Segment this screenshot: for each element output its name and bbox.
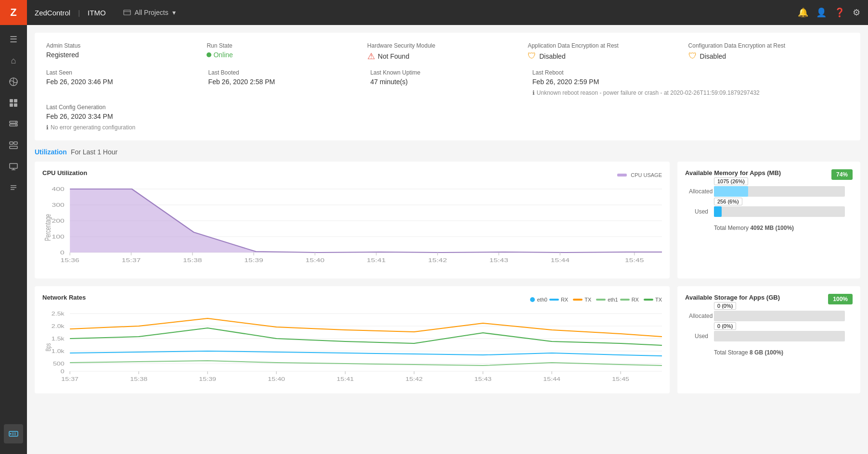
network-chart-svg: 2.5k 2.0k 1.5k 1.0k 500 0 bbox=[42, 309, 662, 386]
cpu-memory-row: CPU Utilization CPU USAGE bbox=[35, 162, 860, 278]
svg-text:500: 500 bbox=[53, 361, 65, 366]
admin-status-value: Registered bbox=[46, 51, 207, 59]
eth1-tx-legend: TX bbox=[644, 297, 662, 303]
cfg-enc-shield-icon: 🛡 bbox=[688, 51, 697, 61]
sidebar-item-logs[interactable] bbox=[4, 178, 23, 197]
hsm-status: Hardware Security Module ⚠ Not Found bbox=[367, 42, 528, 62]
sidebar-item-home[interactable]: ⌂ bbox=[4, 51, 23, 70]
eth0-rx-legend: eth0 RX bbox=[530, 297, 568, 303]
last-config: Last Config Generation Feb 26, 2020 3:34… bbox=[46, 104, 849, 131]
allocated-bar-track: 1075 (26%) bbox=[714, 186, 845, 197]
used-bar-tag: 256 (6%) bbox=[714, 198, 742, 205]
last-reboot-label: Last Reboot bbox=[532, 69, 849, 76]
last-uptime-value: 47 minute(s) bbox=[370, 78, 525, 86]
svg-point-8 bbox=[15, 122, 16, 123]
svg-text:15:45: 15:45 bbox=[625, 257, 644, 263]
hsm-label: Hardware Security Module bbox=[367, 42, 528, 49]
svg-text:0: 0 bbox=[60, 250, 65, 255]
app-enc-shield-icon: 🛡 bbox=[528, 51, 536, 61]
svg-rect-10 bbox=[10, 142, 13, 144]
storage-allocated-label: Allocated bbox=[689, 313, 713, 319]
last-seen-value: Feb 26, 2020 3:46 PM bbox=[46, 78, 201, 86]
svg-text:15:43: 15:43 bbox=[474, 377, 492, 382]
cpu-legend-color bbox=[617, 174, 627, 177]
storage-percent-badge: 100% bbox=[828, 294, 853, 304]
svg-rect-11 bbox=[14, 142, 17, 144]
svg-text:15:40: 15:40 bbox=[306, 257, 325, 263]
online-indicator bbox=[207, 52, 211, 57]
svg-text:15:38: 15:38 bbox=[130, 377, 147, 382]
storage-chart-card: Available Storage for Apps (GB) 100% All… bbox=[677, 286, 860, 393]
network-chart-svg-wrapper: 2.5k 2.0k 1.5k 1.0k 500 0 bbox=[42, 309, 662, 386]
cpu-chart-svg-wrapper: 400 300 200 100 0 bbox=[42, 184, 662, 271]
last-booted-label: Last Booted bbox=[208, 69, 363, 76]
eth0-tx-legend: TX bbox=[573, 297, 591, 303]
allocated-label: Allocated bbox=[689, 188, 713, 195]
network-chart-title: Network Rates bbox=[42, 294, 86, 301]
org-title: ITMO bbox=[88, 9, 106, 17]
svg-point-9 bbox=[15, 125, 16, 126]
run-state: Run State Online bbox=[207, 42, 367, 62]
reboot-reason: ℹ Unknown reboot reason - power failure … bbox=[532, 89, 849, 96]
project-dropdown-icon: ▾ bbox=[172, 9, 176, 16]
main-content: Admin Status Registered Run State Online… bbox=[27, 25, 868, 454]
used-label: Used bbox=[695, 208, 708, 215]
last-uptime-label: Last Known Uptime bbox=[370, 69, 525, 76]
config-info-icon: ℹ bbox=[46, 124, 49, 131]
svg-text:Bps: Bps bbox=[44, 343, 52, 351]
settings-icon[interactable]: ⚙ bbox=[853, 7, 860, 18]
svg-rect-12 bbox=[10, 146, 17, 149]
svg-text:15:40: 15:40 bbox=[268, 377, 285, 382]
run-state-value: Online bbox=[207, 51, 367, 59]
status-card: Admin Status Registered Run State Online… bbox=[35, 33, 860, 140]
cfg-enc-value: 🛡 Disabled bbox=[688, 51, 849, 61]
sidebar-item-apps[interactable] bbox=[4, 93, 23, 113]
cfg-enc-status: Configuration Data Encryption at Rest 🛡 … bbox=[688, 42, 849, 62]
sidebar-item-config[interactable] bbox=[4, 136, 23, 155]
notifications-icon[interactable]: 🔔 bbox=[798, 7, 808, 18]
sidebar-item-devices[interactable] bbox=[4, 424, 23, 443]
cpu-legend-label: CPU USAGE bbox=[631, 172, 662, 178]
project-selector[interactable]: All Projects ▾ bbox=[123, 9, 176, 16]
storage-used-bar-track: 0 (0%) bbox=[714, 331, 845, 341]
cpu-legend: CPU USAGE bbox=[617, 172, 662, 178]
app-enc-status: Application Data Encryption at Rest 🛡 Di… bbox=[528, 42, 688, 62]
cpu-chart-title: CPU Utilization bbox=[42, 169, 87, 177]
svg-text:15:41: 15:41 bbox=[367, 257, 386, 263]
sidebar-item-storage[interactable] bbox=[4, 114, 23, 134]
app-logo[interactable]: Z bbox=[0, 0, 27, 25]
svg-rect-13 bbox=[10, 164, 17, 168]
svg-text:15:37: 15:37 bbox=[61, 377, 78, 382]
last-booted-value: Feb 26, 2020 2:58 PM bbox=[208, 78, 363, 86]
hsm-warning-icon: ⚠ bbox=[367, 51, 375, 62]
last-config-value: Feb 26, 2020 3:34 PM bbox=[46, 113, 849, 120]
svg-text:400: 400 bbox=[52, 186, 65, 192]
storage-total: Total Storage 8 GB (100%) bbox=[714, 349, 845, 356]
hsm-value: ⚠ Not Found bbox=[367, 51, 528, 62]
svg-text:15:37: 15:37 bbox=[122, 257, 141, 263]
app-enc-label: Application Data Encryption at Rest bbox=[528, 42, 688, 49]
sidebar-item-network[interactable] bbox=[4, 72, 23, 91]
svg-rect-3 bbox=[14, 99, 17, 102]
user-icon[interactable]: 👤 bbox=[816, 7, 827, 18]
config-error-text: ℹ No error generating configuration bbox=[46, 124, 849, 131]
allocated-bar-tag: 1075 (26%) bbox=[714, 177, 748, 185]
storage-allocated-bar-tag: 0 (0%) bbox=[714, 302, 736, 310]
svg-text:15:36: 15:36 bbox=[61, 257, 79, 263]
sidebar-item-monitor[interactable] bbox=[4, 157, 23, 176]
last-seen: Last Seen Feb 26, 2020 3:46 PM bbox=[46, 69, 201, 96]
used-bar-track: 256 (6%) bbox=[714, 206, 845, 217]
project-icon bbox=[123, 9, 131, 16]
svg-text:15:39: 15:39 bbox=[244, 257, 263, 263]
memory-total: Total Memory 4092 MB (100%) bbox=[714, 225, 845, 231]
help-icon[interactable]: ❓ bbox=[834, 7, 845, 18]
cpu-chart-card: CPU Utilization CPU USAGE bbox=[35, 162, 670, 278]
sidebar-item-menu[interactable]: ☰ bbox=[4, 30, 23, 49]
svg-text:15:45: 15:45 bbox=[612, 377, 629, 382]
storage-allocated-bar-track: 0 (0%) bbox=[714, 311, 845, 321]
svg-text:15:42: 15:42 bbox=[428, 257, 447, 263]
allocated-bar-fill bbox=[714, 186, 748, 197]
app-enc-value: 🛡 Disabled bbox=[528, 51, 688, 61]
svg-point-20 bbox=[10, 433, 12, 435]
storage-chart-title: Available Storage for Apps (GB) bbox=[685, 294, 780, 301]
